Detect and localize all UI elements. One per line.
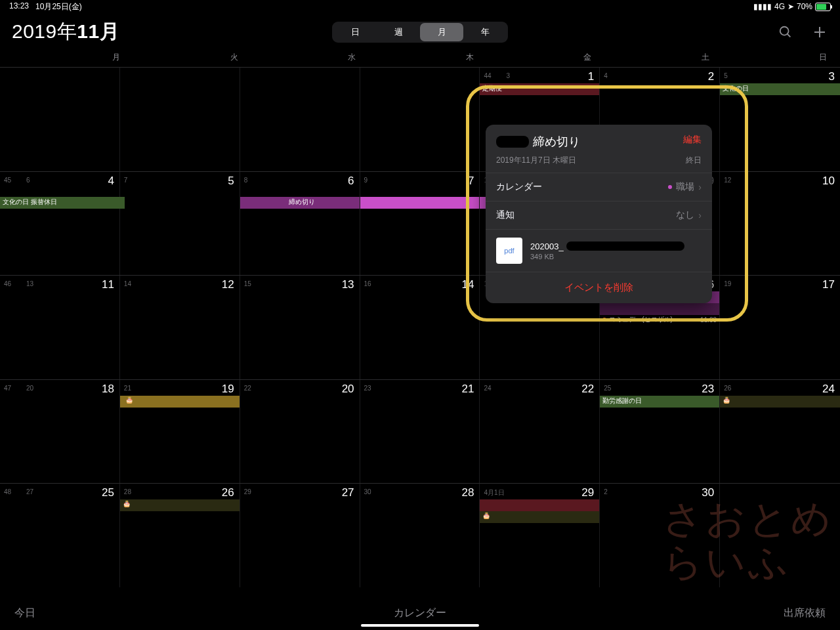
event[interactable] [600,303,719,315]
event[interactable]: コミュデー(ヒコザル) 11:00 [602,315,717,324]
day-cell[interactable]: 14 12 [120,276,240,379]
battery-icon [815,3,831,11]
day-cell[interactable]: 8 6 締め切り [240,172,360,276]
day-cell[interactable]: 48 27 25 [0,484,120,587]
search-icon[interactable] [777,24,794,41]
day-cell[interactable]: 2 30 [600,484,720,587]
day-cell[interactable]: 30 28 [360,484,480,587]
seg-year[interactable]: 年 [463,23,507,41]
event[interactable]: 勤労感謝の日 [600,396,719,408]
calendars-button[interactable]: カレンダー [394,606,446,620]
weekday-header: 月 火 水 木 金 土 日 [0,52,840,67]
event-date: 2019年11月7日 木曜日 [496,155,576,166]
event-title: 締め切り [533,134,580,150]
day-cell[interactable]: 26 24 🎂 [720,380,840,484]
week-row: 48 27 25 28 26 🎂 29 27 30 28 4月1日 29 🎂 2… [0,483,840,587]
day-cell[interactable] [720,484,840,587]
week-number: 45 [4,177,11,184]
week-row: 44 3 1 定期便 4 2 5 3 文化の日 [0,67,840,171]
day-cell[interactable]: 15 13 [240,276,360,379]
delete-event-button[interactable]: イベントを削除 [486,272,712,303]
event[interactable] [480,499,599,511]
event[interactable] [360,197,480,209]
day-cell[interactable]: 25 23 勤労感謝の日 [600,380,720,484]
week-number: 47 [4,385,11,392]
attachment-row[interactable]: pdf 202003_ 349 KB [486,229,712,272]
svg-point-0 [780,26,789,35]
week-row: 46 13 11 14 12 15 13 16 14 17 15 18 16 コ [0,275,840,379]
header: 2019年11月 日 週 月 年 [0,13,840,52]
day-cell[interactable]: 12 10 [720,172,840,276]
redacted [496,136,529,148]
event[interactable]: 🎂 [120,499,240,511]
event[interactable]: 文化の日 [720,83,840,95]
network-label: 4G [774,2,785,11]
add-icon[interactable] [811,24,828,41]
dot-icon [602,318,606,322]
day-cell[interactable]: 19 17 [720,276,840,379]
day-cell[interactable] [360,68,480,171]
today-button[interactable]: 今日 [14,606,35,620]
event[interactable]: 文化の日 振替休日 [0,197,125,209]
week-number: 44 [484,72,491,79]
seg-month[interactable]: 月 [420,23,463,41]
redacted [566,242,684,251]
signal-icon: ▮▮▮▮ [753,2,772,11]
event-popover: 締め切り 編集 2019年11月7日 木曜日 終日 カレンダー 職場 › 通知 … [486,125,712,303]
month-grid: 44 3 1 定期便 4 2 5 3 文化の日 45 6 4 文化の日 振替休日… [0,67,840,584]
battery-pct: 70% [797,2,812,11]
event[interactable]: 定期便 [480,83,599,95]
day-cell[interactable]: 29 27 [240,484,360,587]
day-cell[interactable]: 16 14 [360,276,480,379]
week-number: 46 [4,280,11,287]
attachment-name: 202003_ [530,242,564,251]
day-cell[interactable]: 24 22 [480,380,600,484]
location-icon: ➤ [788,2,794,11]
week-row: 47 20 18 21 19 🎂 22 20 23 21 24 22 25 23… [0,379,840,484]
event[interactable]: 🎂 [720,396,840,408]
day-cell[interactable]: 28 26 🎂 [120,484,240,587]
day-cell[interactable]: 46 13 11 [0,276,120,379]
day-cell[interactable] [0,68,120,171]
event-allday: 終日 [686,155,702,166]
day-cell[interactable]: 7 5 [120,172,240,276]
day-cell[interactable]: 45 6 4 文化の日 振替休日 [0,172,120,276]
day-cell[interactable] [240,68,360,171]
chevron-right-icon: › [698,210,702,220]
week-number: 48 [4,488,11,495]
event[interactable]: 締め切り [240,197,360,209]
status-date: 10月25日(金) [35,1,82,12]
event[interactable]: 🎂 [120,396,240,408]
seg-day[interactable]: 日 [333,23,377,41]
redacted [600,83,719,94]
event[interactable]: 🎂 [480,511,599,523]
day-cell[interactable]: 21 19 🎂 [120,380,240,484]
seg-week[interactable]: 週 [377,23,420,41]
view-segmented: 日 週 月 年 [332,22,508,43]
day-cell[interactable]: 9 7 [360,172,480,276]
edit-button[interactable]: 編集 [683,134,702,146]
svg-line-1 [788,33,791,37]
attachment-size: 349 KB [530,253,684,261]
alert-row[interactable]: 通知 なし › [486,201,712,229]
status-bar: 13:23 10月25日(金) ▮▮▮▮ 4G ➤ 70% [0,0,840,13]
inbox-button[interactable]: 出席依頼 [784,606,826,620]
chevron-right-icon: › [698,182,702,192]
day-cell[interactable]: 4月1日 29 🎂 [480,484,600,587]
calendar-row[interactable]: カレンダー 職場 › [486,173,712,201]
day-cell[interactable]: 47 20 18 [0,380,120,484]
day-cell[interactable]: 5 3 文化の日 [720,68,840,171]
home-indicator[interactable] [361,624,479,627]
page-title: 2019年11月 [12,18,119,45]
status-time: 13:23 [9,1,29,12]
day-cell[interactable] [120,68,240,171]
pdf-icon: pdf [496,238,522,264]
week-row: 45 6 4 文化の日 振替休日 7 5 8 6 締め切り 9 7 10 8 1… [0,171,840,276]
day-cell[interactable]: 23 21 [360,380,480,484]
day-cell[interactable]: 22 20 [240,380,360,484]
dot-icon [668,185,672,189]
